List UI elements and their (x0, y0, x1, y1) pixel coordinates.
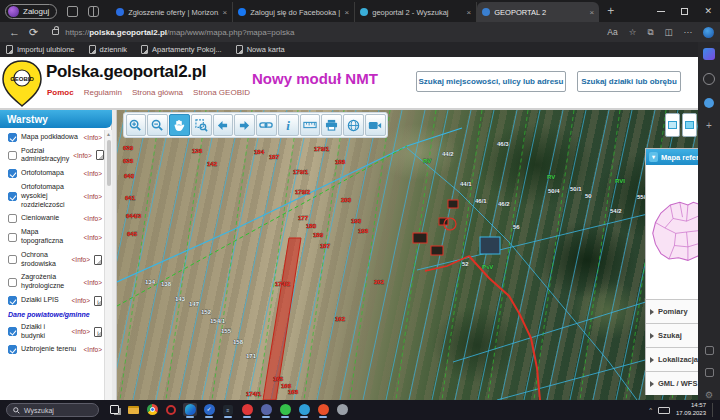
url-text[interactable]: https://polska.geoportal2.pl/map/www/map… (65, 28, 294, 37)
tab-close-icon[interactable]: × (467, 8, 472, 17)
browser-tab[interactable]: Zgłoszenie oferty | Morizon.pl× (111, 2, 233, 22)
app-dark-square-taskbar-icon[interactable]: ≡ (221, 403, 235, 416)
minimize-button[interactable] (657, 11, 665, 12)
layer-doc-icon[interactable]: i (94, 327, 102, 337)
chrome-taskbar-icon[interactable] (145, 403, 159, 416)
layer-doc-icon[interactable] (96, 150, 104, 160)
layer-checkbox[interactable] (8, 233, 17, 242)
layer-info-link[interactable]: <Info> (84, 279, 102, 286)
layer-checkbox[interactable] (8, 255, 17, 264)
back-button[interactable]: ← (9, 26, 20, 38)
bookmark-item[interactable]: Nowa karta (236, 45, 285, 54)
new-tab-button[interactable]: + (607, 4, 614, 18)
layer-info-link[interactable]: <Info> (84, 170, 102, 177)
info-button[interactable]: i (278, 114, 299, 136)
site-nav-link[interactable]: Regulamin (84, 88, 122, 97)
layer-doc-icon[interactable]: i (94, 296, 102, 306)
pan-hand-button[interactable] (169, 114, 190, 136)
zoom-out-button[interactable] (147, 114, 168, 136)
refresh-button[interactable]: ⟳ (29, 26, 38, 39)
todo-check-taskbar-icon[interactable]: ✓ (202, 403, 216, 416)
layer-info-link[interactable]: <Info> (84, 234, 102, 241)
bookmark-item[interactable]: dziennik (89, 45, 128, 54)
print-button[interactable] (321, 114, 342, 136)
map-canvas[interactable]: 138142184187179/1188179/1179/22001771801… (117, 110, 698, 400)
layers-scrollbar[interactable]: ▲ (104, 130, 112, 400)
layer-checkbox[interactable] (8, 214, 17, 223)
measure-button[interactable] (300, 114, 321, 136)
search-parcel-button[interactable]: Szukaj działki lub obrębu (577, 71, 681, 92)
zoom-in-button[interactable] (126, 114, 147, 136)
tab-close-icon[interactable]: × (590, 8, 595, 17)
tray-clock[interactable]: 14:57 17.09.2023 (676, 402, 706, 418)
browser-tab[interactable]: geoportal 2 - Wyszukaj× (355, 2, 477, 22)
camera-button[interactable] (365, 114, 386, 136)
telegram-taskbar-icon[interactable] (297, 403, 311, 416)
tool-panel2-icon[interactable] (705, 368, 714, 377)
task-view-taskbar-icon[interactable] (107, 403, 121, 416)
globe-button[interactable] (343, 114, 364, 136)
settings-gear-icon[interactable]: ⚙ (705, 390, 713, 400)
edge-taskbar-icon[interactable] (183, 403, 197, 416)
layer-info-link[interactable]: <Info> (84, 193, 102, 200)
show-desktop-button[interactable] (712, 403, 714, 417)
layer-checkbox[interactable] (8, 296, 17, 305)
scroll-up-icon[interactable]: ▲ (105, 130, 112, 138)
layer-info-link[interactable]: <Info> (72, 256, 90, 263)
tool-panel-icon[interactable] (705, 346, 714, 355)
forward-button[interactable] (234, 114, 255, 136)
layer-checkbox[interactable] (8, 133, 17, 142)
browser-avatar[interactable] (703, 27, 714, 38)
maximize-button[interactable] (681, 8, 688, 15)
overview-window-button[interactable] (665, 113, 680, 137)
site-nav-link[interactable]: Strona GEOBID (193, 88, 250, 97)
layer-info-link[interactable]: <Info> (84, 215, 102, 222)
split-screen-icon[interactable]: ⧉ (647, 27, 653, 38)
layer-checkbox[interactable] (8, 192, 17, 201)
scroll-thumb[interactable] (107, 140, 111, 186)
app-gray-taskbar-icon[interactable] (335, 403, 349, 416)
favorite-star-icon[interactable]: ☆ (629, 27, 637, 37)
collections-icon[interactable]: ◫ (664, 27, 672, 37)
zoom-window-button[interactable] (191, 114, 212, 136)
layer-info-link[interactable]: <Info> (73, 152, 91, 159)
app-red-dot-taskbar-icon[interactable] (240, 403, 254, 416)
taskbar-search-input[interactable]: Wyszukaj (6, 403, 99, 417)
bookmark-item[interactable]: Apartamenty Pokoj... (141, 45, 222, 54)
workspaces-icon[interactable] (67, 6, 78, 17)
chat-icon[interactable] (703, 73, 715, 85)
layer-checkbox[interactable] (8, 169, 17, 178)
overview-window-button-2[interactable] (682, 113, 697, 137)
vertical-tabs-icon[interactable] (88, 6, 99, 17)
read-aloud-icon[interactable]: Aa (607, 27, 617, 37)
browser-tab[interactable]: Zaloguj się do Facebooka | Faceb× (233, 2, 355, 22)
search-place-button[interactable]: Szukaj miejscowości, ulicy lub adresu (416, 71, 566, 92)
browser-tab[interactable]: GEOPORTAL 2× (477, 2, 599, 22)
link-button[interactable] (256, 114, 277, 136)
file-explorer-taskbar-icon[interactable] (126, 403, 140, 416)
layer-doc-icon[interactable] (94, 255, 102, 265)
app-orange-taskbar-icon[interactable] (316, 403, 330, 416)
tab-close-icon[interactable]: × (345, 8, 350, 17)
close-window-button[interactable]: ✕ (704, 6, 712, 16)
nmt-banner-link[interactable]: Nowy moduł NMT (252, 70, 378, 87)
browser-profile-button[interactable]: Zaloguj (5, 4, 57, 19)
discord-taskbar-icon[interactable] (259, 403, 273, 416)
layer-info-link[interactable]: <Info> (84, 134, 102, 141)
layer-checkbox[interactable] (8, 151, 17, 160)
layer-checkbox[interactable] (8, 278, 17, 287)
app-red-ring-taskbar-icon[interactable] (164, 403, 178, 416)
back-button[interactable] (213, 114, 234, 136)
office-icon[interactable] (704, 98, 714, 108)
whatsapp-taskbar-icon[interactable] (278, 403, 292, 416)
site-nav-link[interactable]: Pomoc (47, 88, 74, 97)
add-icon[interactable]: + (706, 121, 712, 131)
copilot-icon[interactable] (703, 48, 715, 60)
settings-ellipsis-icon[interactable]: ⋯ (684, 27, 693, 37)
tray-chevron-icon[interactable]: ^ (649, 407, 652, 413)
site-nav-link[interactable]: Strona główna (132, 88, 183, 97)
layer-checkbox[interactable] (8, 345, 17, 354)
layer-info-link[interactable]: <Info> (72, 328, 90, 335)
layer-info-link[interactable]: <Info> (72, 297, 90, 304)
layer-info-link[interactable]: <Info> (84, 346, 102, 353)
